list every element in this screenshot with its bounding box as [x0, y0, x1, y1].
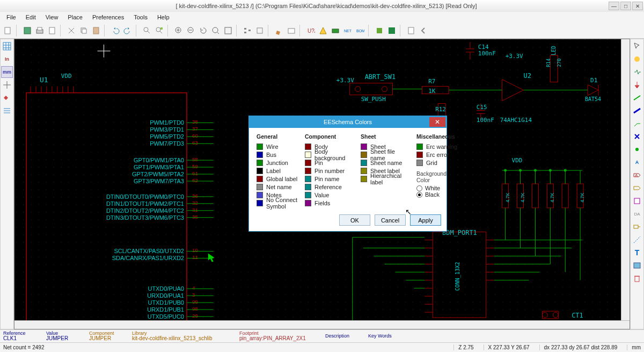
place-noconnect-icon[interactable]	[631, 131, 643, 142]
page-icon[interactable]	[46, 25, 58, 37]
place-image-icon[interactable]	[631, 260, 643, 271]
print-icon[interactable]	[34, 25, 46, 37]
svg-text:GPT3/PWM7/PTA3: GPT3/PWM7/PTA3	[134, 178, 184, 184]
back-icon[interactable]	[418, 25, 429, 37]
horizontal-scrollbar[interactable]	[14, 320, 630, 329]
place-junction-icon[interactable]	[631, 143, 643, 155]
menu-tools[interactable]: Tools	[129, 13, 152, 21]
place-sheet-icon[interactable]	[631, 195, 643, 207]
find-icon[interactable]	[141, 25, 153, 37]
import-hier-icon[interactable]: DA	[631, 208, 643, 220]
status-netcount: Net count = 2492	[3, 344, 44, 350]
minimize-button[interactable]: —	[609, 2, 619, 10]
dialog-close-button[interactable]: ✕	[429, 117, 445, 127]
erc-icon[interactable]	[317, 25, 329, 37]
menu-file[interactable]: File	[2, 13, 20, 21]
highlight-net-icon[interactable]	[631, 53, 643, 65]
copy-icon[interactable]	[78, 25, 90, 37]
color-option[interactable]: Pin number	[305, 167, 354, 175]
color-option[interactable]: Sheet file name	[361, 150, 410, 159]
color-option[interactable]: Wire	[257, 142, 298, 150]
color-option[interactable]: Grid	[416, 159, 458, 167]
bom-icon[interactable]: BOM	[354, 25, 366, 37]
place-graphic-line-icon[interactable]	[631, 234, 643, 246]
menu-preferences[interactable]: Preferences	[88, 13, 128, 21]
bg-radio[interactable]: Black	[416, 191, 458, 198]
paste-icon[interactable]	[90, 25, 102, 37]
color-option[interactable]: Global label	[257, 175, 298, 183]
netlist-icon[interactable]: NET	[342, 25, 354, 37]
bg-radio[interactable]: White	[416, 185, 458, 191]
color-option[interactable]: Junction	[257, 159, 298, 167]
footprint-icon[interactable]	[374, 25, 385, 37]
color-option[interactable]: Erc error	[416, 150, 458, 159]
hierarchy-icon[interactable]	[241, 25, 253, 37]
svg-rect-19	[288, 28, 295, 33]
svg-text:CONN_13X2: CONN_13X2	[455, 262, 461, 291]
place-wire-icon[interactable]	[631, 92, 643, 104]
color-option[interactable]: Label	[257, 167, 298, 175]
hidden-pins-icon[interactable]	[1, 92, 13, 104]
apply-button[interactable]: Apply	[410, 214, 441, 226]
cut-icon[interactable]	[65, 25, 77, 37]
select-tool-icon[interactable]	[631, 40, 643, 52]
units-in-icon[interactable]: In	[1, 53, 13, 65]
pcb-icon[interactable]	[386, 25, 398, 37]
svg-rect-7	[93, 27, 99, 34]
place-label-icon[interactable]: A	[631, 156, 643, 168]
place-component-icon[interactable]	[631, 66, 643, 78]
svg-text:BDM_PORT1: BDM_PORT1	[442, 229, 477, 236]
leave-sheet-icon[interactable]	[254, 25, 266, 37]
annotate-icon[interactable]: U?A	[305, 25, 317, 37]
place-hier-pin-icon[interactable]	[631, 221, 643, 233]
color-option[interactable]: Fields	[305, 199, 354, 207]
place-power-icon[interactable]	[631, 79, 643, 91]
vertical-scrollbar[interactable]	[621, 39, 630, 320]
svg-text:DTIN2/DTOUT2/PWM4/PTC2: DTIN2/DTOUT2/PWM4/PTC2	[106, 207, 184, 214]
lib-edit-icon[interactable]	[273, 25, 285, 37]
lib-browse-icon[interactable]	[286, 25, 297, 37]
zoom-refresh-icon[interactable]	[197, 25, 209, 37]
color-option[interactable]: Net name	[257, 183, 298, 191]
color-option[interactable]: Pin name	[305, 175, 354, 183]
menu-place[interactable]: Place	[63, 13, 87, 21]
zoom-fit-icon[interactable]	[210, 25, 222, 37]
new-icon[interactable]	[2, 25, 14, 37]
cancel-button[interactable]: Cancel	[375, 214, 406, 226]
place-global-label-icon[interactable]: A	[631, 169, 643, 181]
dialog-title-bar[interactable]: EESchema Colors ✕	[249, 116, 447, 128]
lines-mode-icon[interactable]	[1, 105, 13, 117]
cursor-shape-icon[interactable]	[1, 79, 13, 91]
ok-button[interactable]: OK	[339, 214, 370, 226]
color-option[interactable]: Reference	[305, 183, 354, 191]
place-text-icon[interactable]: T	[631, 247, 643, 258]
maximize-button[interactable]: □	[620, 2, 631, 10]
color-option[interactable]: Body background	[305, 150, 354, 159]
grid-toggle-icon[interactable]	[1, 40, 13, 52]
close-button[interactable]: ✕	[632, 2, 643, 10]
menu-view[interactable]: View	[41, 13, 63, 21]
cvpcb-icon[interactable]	[330, 25, 341, 37]
delete-icon[interactable]	[631, 272, 643, 284]
menu-edit[interactable]: Edit	[21, 13, 40, 21]
menu-help[interactable]: Help	[153, 13, 174, 21]
import-icon[interactable]	[405, 25, 417, 37]
zoom-auto-icon[interactable]	[222, 25, 234, 37]
place-bus-icon[interactable]	[631, 105, 643, 117]
save-icon[interactable]	[21, 25, 33, 37]
units-mm-icon[interactable]: mm	[1, 66, 13, 78]
undo-icon[interactable]	[109, 25, 121, 37]
place-bus-entry-icon[interactable]	[631, 118, 643, 130]
replace-icon[interactable]	[153, 25, 165, 37]
color-option[interactable]: Hierarchical label	[361, 175, 410, 183]
zoom-in-icon[interactable]	[173, 25, 185, 37]
place-hier-label-icon[interactable]	[631, 182, 643, 194]
color-option[interactable]: Erc warning	[416, 142, 458, 150]
color-option[interactable]: No Connect Symbol	[257, 199, 298, 207]
color-option[interactable]: Bus	[257, 150, 298, 159]
zoom-out-icon[interactable]	[185, 25, 197, 37]
svg-text:DTIN3/DTOUT3/PWM6/PTC3: DTIN3/DTOUT3/PWM6/PTC3	[106, 214, 184, 221]
color-option[interactable]: Value	[305, 191, 354, 199]
color-label: Hierarchical label	[370, 173, 410, 185]
redo-icon[interactable]	[122, 25, 134, 37]
